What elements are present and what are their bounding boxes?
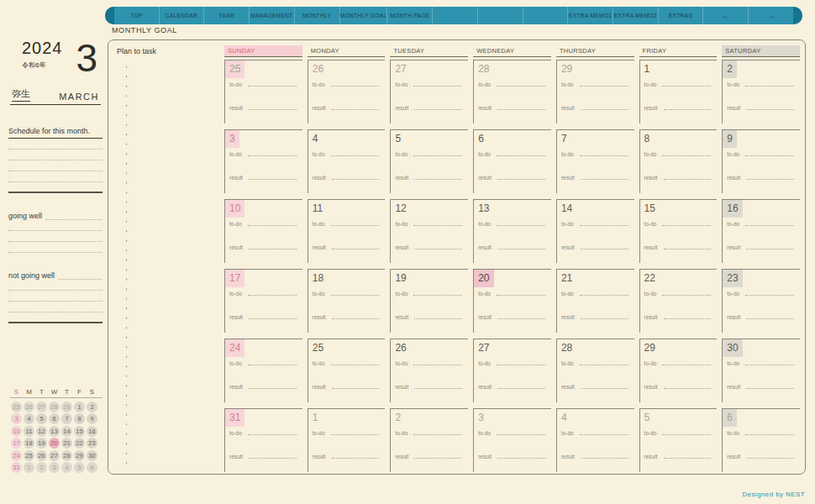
date-cell[interactable]: 4to-doresult [556, 408, 634, 472]
mini-date[interactable]: 24 [11, 450, 22, 461]
mini-date[interactable]: 11 [24, 426, 34, 437]
date-cell[interactable]: 2to-doresult [390, 408, 468, 472]
mini-date[interactable]: 12 [36, 426, 47, 437]
date-cell[interactable]: 19to-doresult [390, 269, 468, 333]
date-cell[interactable]: 5to-doresult [390, 129, 468, 193]
date-cell[interactable]: 18to-doresult [308, 269, 386, 333]
mini-date[interactable]: 28 [61, 450, 72, 461]
date-cell[interactable]: 5to-doresult [639, 408, 718, 472]
date-cell[interactable]: 11to-doresult [308, 199, 386, 263]
mini-date[interactable]: 21 [61, 438, 72, 449]
date-cell[interactable]: 22to-doresult [639, 269, 718, 333]
nav-item-extras[interactable]: EXTRAS [658, 7, 703, 24]
date-cell[interactable]: 3to-doresult [224, 129, 302, 193]
mini-date[interactable]: 29 [74, 450, 85, 461]
date-cell-today[interactable]: 20to-doresult [473, 269, 551, 333]
nav-item-next[interactable]: → [748, 7, 793, 24]
mini-date[interactable]: 29 [61, 402, 72, 412]
date-cell[interactable]: 28to-doresult [473, 60, 551, 123]
mini-date[interactable]: 25 [11, 402, 22, 412]
date-cell[interactable]: 25to-doresult [308, 339, 386, 402]
todo-label: to-do [478, 81, 491, 87]
mini-date-today[interactable]: 20 [49, 438, 60, 449]
date-cell[interactable]: 29to-doresult [556, 60, 634, 123]
nav-item-month-page[interactable]: MONTH PAGE [386, 7, 432, 24]
date-cell[interactable]: 1to-doresult [639, 60, 718, 123]
date-cell[interactable]: 1to-doresult [308, 408, 386, 472]
mini-date[interactable]: 2 [36, 462, 47, 473]
mini-date[interactable]: 9 [87, 413, 97, 424]
mini-date[interactable]: 31 [11, 462, 22, 473]
nav-item-calendar[interactable]: CALENDAR [159, 7, 204, 24]
mini-date[interactable]: 26 [24, 402, 34, 412]
mini-date[interactable]: 3 [49, 462, 60, 473]
mini-date[interactable]: 19 [36, 438, 47, 449]
mini-date[interactable]: 4 [24, 413, 34, 424]
mini-date[interactable]: 3 [11, 413, 22, 424]
nav-item-top[interactable]: TOP [114, 7, 159, 24]
date-cell[interactable]: 2to-doresult [722, 60, 800, 123]
date-cell[interactable]: 9to-doresult [722, 129, 800, 193]
date-cell[interactable]: 17to-doresult [224, 269, 302, 333]
mini-date[interactable]: 4 [61, 462, 72, 473]
date-cell[interactable]: 21to-doresult [556, 269, 634, 333]
date-cell[interactable]: 6to-doresult [722, 408, 800, 472]
date-cell[interactable]: 15to-doresult [639, 199, 718, 263]
mini-date[interactable]: 15 [74, 426, 85, 437]
date-cell[interactable]: 16to-doresult [722, 199, 800, 263]
date-cell[interactable]: 28to-doresult [556, 339, 634, 402]
nav-item-extra-memo2[interactable]: EXTRA MEMO2 [613, 7, 658, 24]
mini-date[interactable]: 16 [87, 426, 97, 437]
date-cell[interactable]: 8to-doresult [639, 129, 718, 193]
date-cell[interactable]: 27to-doresult [473, 339, 551, 402]
mini-date[interactable]: 8 [74, 413, 85, 424]
result-write-line [497, 246, 545, 249]
mini-date[interactable]: 26 [36, 450, 47, 461]
plan-to-task-column[interactable]: Plan to task [108, 40, 224, 474]
date-cell[interactable]: 31to-doresult [224, 408, 302, 472]
mini-date[interactable]: 1 [24, 462, 34, 473]
mini-date[interactable]: 28 [49, 402, 60, 412]
mini-date[interactable]: 5 [36, 413, 47, 424]
date-cell[interactable]: 30to-doresult [722, 339, 800, 402]
date-number: 3 [225, 130, 239, 148]
date-cell[interactable]: 24to-doresult [224, 339, 302, 402]
mini-date[interactable]: 22 [74, 438, 85, 449]
date-cell[interactable]: 3to-doresult [473, 408, 551, 472]
mini-date[interactable]: 7 [61, 413, 72, 424]
date-cell[interactable]: 25to-doresult [224, 60, 302, 123]
mini-date[interactable]: 25 [24, 450, 34, 461]
nav-item-prev[interactable]: ← [702, 7, 748, 24]
mini-date[interactable]: 27 [49, 450, 60, 461]
mini-date[interactable]: 30 [87, 450, 97, 461]
date-cell[interactable]: 26to-doresult [390, 339, 468, 402]
mini-date[interactable]: 2 [87, 402, 97, 412]
date-cell[interactable]: 12to-doresult [390, 199, 468, 263]
date-cell[interactable]: 13to-doresult [473, 199, 551, 263]
date-cell[interactable]: 29to-doresult [639, 339, 718, 402]
mini-date[interactable]: 1 [74, 402, 85, 412]
mini-date[interactable]: 18 [24, 438, 34, 449]
date-cell[interactable]: 14to-doresult [556, 199, 634, 263]
date-cell[interactable]: 26to-doresult [308, 60, 386, 123]
mini-date[interactable]: 6 [49, 413, 60, 424]
mini-date[interactable]: 13 [49, 426, 60, 437]
nav-item-monthly[interactable]: MONTHLY [294, 7, 339, 24]
date-cell[interactable]: 6to-doresult [473, 129, 551, 193]
date-cell[interactable]: 7to-doresult [556, 129, 634, 193]
date-cell[interactable]: 27to-doresult [390, 60, 468, 123]
mini-date[interactable]: 14 [61, 426, 72, 437]
nav-item-management[interactable]: MANAGEMENT [249, 7, 294, 24]
mini-date[interactable]: 10 [11, 426, 22, 437]
nav-item-extra-memo1[interactable]: EXTRA MEMO1 [567, 7, 613, 24]
date-cell[interactable]: 4to-doresult [308, 129, 386, 193]
date-cell[interactable]: 23to-doresult [722, 269, 800, 333]
nav-item-monthly-goal[interactable]: MONTHLY GOAL [339, 7, 387, 24]
mini-date[interactable]: 27 [36, 402, 47, 412]
mini-date[interactable]: 23 [87, 438, 97, 449]
mini-date[interactable]: 5 [74, 462, 85, 473]
nav-item-year[interactable]: YEAR [203, 7, 249, 24]
mini-date[interactable]: 6 [87, 462, 97, 473]
date-cell[interactable]: 10to-doresult [224, 199, 302, 263]
mini-date[interactable]: 17 [11, 438, 22, 449]
